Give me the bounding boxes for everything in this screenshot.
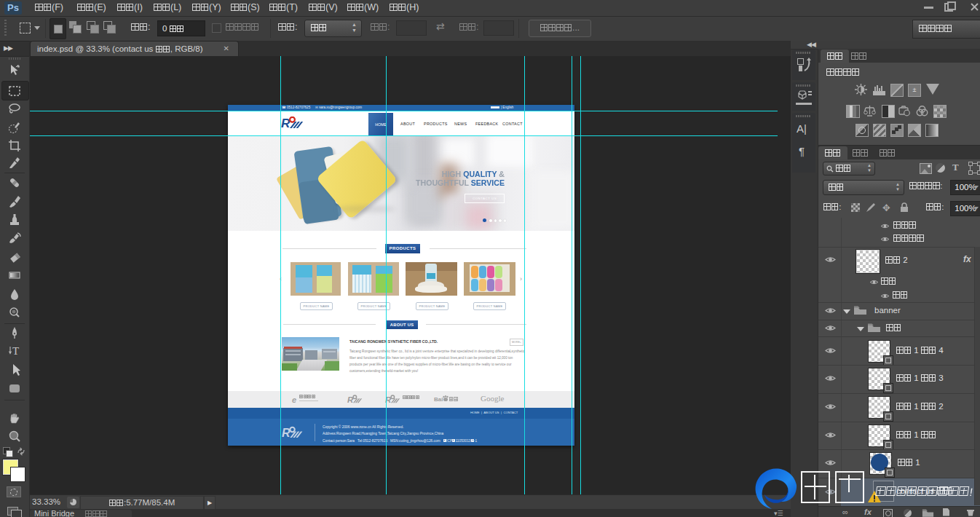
svg-text:T: T <box>12 345 19 357</box>
svg-text:R: R <box>282 427 291 439</box>
